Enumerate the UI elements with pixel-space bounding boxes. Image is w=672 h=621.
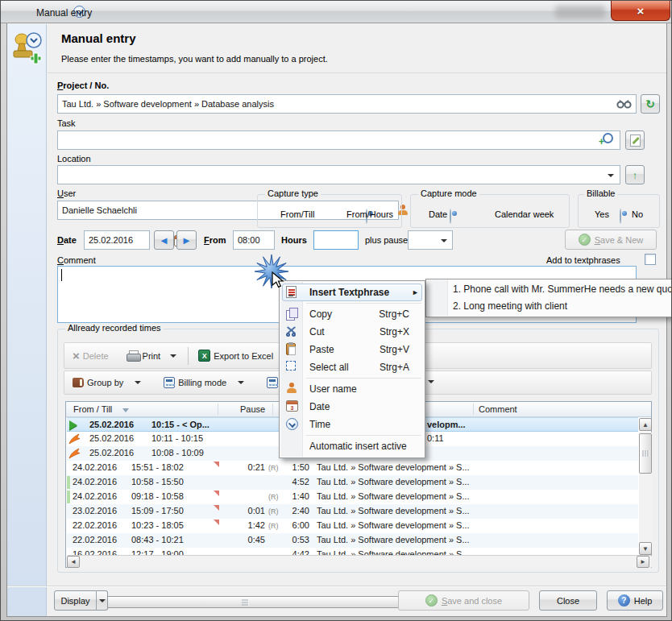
table-row-clipped[interactable]: 16.02.2016 12:17 - 19:00 4:42 Tau Ltd. »… (67, 548, 638, 555)
radio-billable-yes-label[interactable]: Yes (595, 209, 609, 219)
submenu-arrow-icon: ► (412, 284, 419, 301)
task-edit-button[interactable] (625, 130, 645, 150)
project-refresh-button[interactable]: ↻ (641, 94, 660, 114)
radio-from-hours-label[interactable]: From/Hours (346, 209, 393, 219)
add-task-icon[interactable] (599, 133, 612, 145)
export-to-excel-button[interactable]: X Export to Excel (195, 350, 276, 362)
billing-mode-button[interactable]: Billing mode (160, 377, 247, 388)
radio-calendar-week-label[interactable]: Calendar week (495, 209, 554, 219)
radio-from-till-label[interactable]: From/Till (280, 209, 314, 219)
column-pause[interactable]: Pause (240, 404, 265, 414)
radio-date-label[interactable]: Date (429, 209, 447, 219)
scroll-left-button[interactable]: ◄ (67, 556, 80, 568)
capture-mode-label: Capture mode (418, 188, 479, 198)
group-by-button[interactable]: Group by (69, 378, 144, 387)
location-dropdown-icon[interactable] (608, 174, 614, 177)
group-by-dropdown-icon[interactable] (135, 381, 141, 384)
row-date: 22.02.2016 (73, 535, 117, 544)
window-close-button[interactable]: × (611, 1, 670, 21)
scroll-up-button[interactable]: ▲ (639, 418, 652, 431)
menu-item-insert-textphrase[interactable]: Insert Textphrase ► (280, 284, 424, 301)
vertical-scrollbar-thumb[interactable] (639, 433, 652, 474)
table-row[interactable]: 23.02.2016 15:09 - 17:50 0:01 (R) 2:40 T… (67, 504, 638, 519)
save-and-new-button[interactable]: ✓ Save & New (565, 230, 657, 250)
location-add-button[interactable]: ↑ (625, 165, 645, 184)
row-date: 16.02.2016 (73, 549, 117, 555)
sort-descending-icon[interactable] (122, 408, 129, 412)
column-from-till[interactable]: From / Till (73, 404, 112, 414)
menu-item-paste[interactable]: Paste Strg+V (280, 341, 424, 358)
display-button-label: Display (60, 596, 89, 606)
page-title: Manual entry (61, 31, 136, 45)
help-button[interactable]: ? Help (607, 590, 663, 611)
printer-icon (127, 350, 139, 361)
menu-item-user-name[interactable]: User name (280, 380, 424, 398)
hours-input[interactable] (313, 230, 359, 250)
previous-day-button[interactable]: ◄ (154, 230, 174, 250)
row-till: 12:17 - 19:00 (131, 549, 184, 555)
refresh-icon: ↻ (645, 97, 655, 110)
pause-combobox[interactable] (408, 230, 453, 250)
book-icon (73, 378, 84, 387)
check-icon: ✓ (425, 594, 438, 607)
table-row[interactable]: 24.02.2016 10:58 - 15:50 4:52 Tau Ltd. »… (67, 475, 638, 490)
project-search-icon[interactable] (616, 99, 633, 109)
scroll-down-button[interactable]: ▼ (639, 542, 652, 555)
row-date: 25.02.2016 (89, 448, 134, 457)
row-pause: 0:45 (231, 535, 265, 544)
column-comment[interactable]: Comment (479, 404, 517, 414)
display-dropdown-button[interactable] (96, 590, 108, 611)
date-input[interactable] (84, 230, 150, 250)
date-label: Date (57, 235, 77, 245)
row-project: Tau Ltd. » Software development » S... (317, 506, 470, 515)
task-input[interactable] (57, 130, 620, 150)
print-dropdown-icon[interactable] (170, 354, 176, 358)
menu-item-automatic-insert[interactable]: Automatic insert active (280, 437, 424, 455)
table-row[interactable]: 24.02.2016 15:51 - 18:02 0:21 (R) 1:50 T… (67, 461, 638, 475)
manual-entry-dialog: Manual entry Please enter the timestamps… (0, 0, 672, 621)
arrow-left-icon: ◄ (159, 234, 169, 246)
menu-item-date[interactable]: 3 Date (280, 398, 424, 416)
row-till: 10:15 - < Op... (151, 420, 209, 429)
toolbar-dropdown-arrow-icon[interactable] (428, 380, 434, 383)
radio-date[interactable] (450, 209, 451, 224)
menu-item-cut[interactable]: Cut Strg+X (280, 323, 424, 341)
billing-mode-dropdown-icon[interactable] (238, 381, 244, 384)
project-input[interactable] (57, 94, 637, 114)
row-duration: 4:52 (284, 477, 309, 486)
shortcut-label: Strg+X (380, 323, 409, 341)
shortcut-label: Strg+C (379, 305, 409, 323)
from-label: From (204, 235, 226, 245)
row-date: 24.02.2016 (73, 462, 117, 472)
from-input[interactable] (233, 230, 275, 250)
save-and-close-button[interactable]: ✓ Save and close (398, 590, 529, 611)
clock-icon (286, 418, 298, 430)
horizontal-scrollbar-track[interactable] (67, 555, 652, 568)
add-to-textphrases-checkbox[interactable] (645, 254, 656, 265)
comment-corner-icon (214, 505, 219, 511)
row-date: 25.02.2016 (89, 433, 134, 443)
radio-billable-yes[interactable] (620, 209, 621, 224)
display-button[interactable]: Display (54, 590, 97, 611)
menu-item-time[interactable]: Time (280, 416, 424, 433)
location-combobox[interactable] (57, 165, 620, 184)
row-project: Tau Ltd. » Software development » S (317, 549, 462, 555)
delete-button[interactable]: × Delete (69, 349, 112, 362)
row-duration-fragment: 0:11 (427, 433, 444, 443)
horizontal-scrollbar-thumb[interactable] (81, 596, 409, 608)
submenu-item-textphrase-1[interactable]: 1. Phone call with Mr. SummerHe needs a … (427, 281, 672, 298)
table-row[interactable]: 22.02.2016 10:23 - 18:05 1:42 (R) 6:00 T… (67, 519, 638, 533)
menu-item-select-all[interactable]: Select all Strg+A (280, 358, 424, 376)
submenu-item-textphrase-2[interactable]: 2. Long meeting with client (427, 298, 672, 315)
table-row[interactable]: 22.02.2016 08:43 - 10:21 0:45 0:53 Tau L… (67, 533, 638, 548)
sidebar-strip (7, 24, 47, 616)
comment-corner-icon (214, 491, 219, 496)
radio-billable-no-label[interactable]: No (632, 209, 643, 219)
menu-item-copy[interactable]: Copy Strg+C (280, 305, 424, 323)
print-button[interactable]: Print (123, 350, 180, 361)
scroll-right-button[interactable]: ► (637, 556, 649, 568)
pause-dropdown-icon[interactable] (441, 239, 447, 242)
capture-type-label: Capture type (265, 188, 321, 198)
close-button[interactable]: Close (539, 590, 597, 611)
table-row[interactable]: 24.02.2016 09:18 - 10:58 (R) 1:40 Tau Lt… (67, 490, 638, 504)
